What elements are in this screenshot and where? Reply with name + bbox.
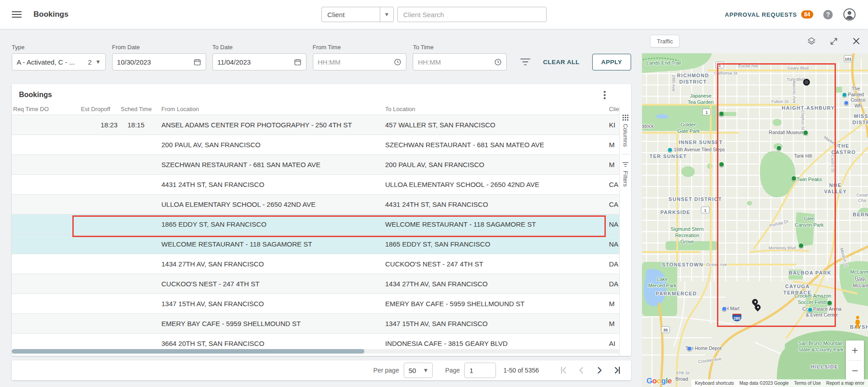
- map-marker-park[interactable]: [798, 243, 804, 248]
- page-label: Page: [445, 367, 460, 374]
- cell-est-dropoff: [80, 234, 119, 254]
- cell-req-time-do: [12, 175, 80, 195]
- from-date-value: 10/30/2023: [117, 58, 191, 66]
- map-marker-attraction[interactable]: [808, 308, 813, 312]
- map-label-district: BALBOA PARK: [789, 270, 831, 276]
- cell-req-time-do: [12, 214, 80, 234]
- map-label-poi: John McLare: [853, 277, 868, 289]
- cell-sched-time: [119, 254, 160, 274]
- filter-list-icon[interactable]: [520, 58, 530, 66]
- zoom-out-button[interactable]: −: [846, 361, 864, 381]
- close-icon[interactable]: [852, 37, 861, 46]
- map-marker-shop[interactable]: [844, 101, 849, 106]
- page-number-input[interactable]: [464, 363, 496, 378]
- map-label-street: Geary Blvd: [788, 65, 809, 71]
- table-row[interactable]: ULLOA ELEMENTARY SCHOOL - 2650 42ND AVE …: [12, 195, 631, 214]
- approval-requests-count-badge: 84: [801, 10, 813, 19]
- cell-est-dropoff: [80, 155, 119, 175]
- cell-from-location: EMERY BAY CAFE - 5959 SHELLMOUND ST: [160, 314, 384, 334]
- cell-sched-time: [119, 314, 160, 334]
- prev-page-icon[interactable]: [575, 364, 588, 377]
- pagination-bar: Per page 50 ▼ Page 1-50 of 5356: [12, 360, 631, 380]
- approval-requests-button[interactable]: APPROVAL REQUESTS 84: [725, 10, 813, 19]
- layers-icon[interactable]: [807, 37, 816, 46]
- map-canvas[interactable]: Lands End TrailRICHMOND DISTRICTEuclid A…: [642, 53, 868, 387]
- map-label-street: Crocker Ave: [698, 356, 722, 365]
- avatar-icon[interactable]: [843, 8, 856, 21]
- cell-from-location: 1434 27TH AV, SAN FRANCISCO: [160, 254, 384, 274]
- table-row[interactable]: WELCOME RESTAURANT - 118 SAGAMORE ST 186…: [12, 234, 631, 254]
- next-page-icon[interactable]: [593, 364, 606, 377]
- pegman-icon[interactable]: [854, 316, 861, 329]
- filters-side-tab[interactable]: Filters: [622, 159, 629, 189]
- cell-est-dropoff: [80, 314, 119, 334]
- col-req-time-do[interactable]: Req Time DO: [12, 106, 80, 115]
- map-marker-stop[interactable]: [803, 79, 810, 86]
- table-row[interactable]: 1347 15TH AV, SAN FRANCISCO EMERY BAY CA…: [12, 294, 631, 314]
- map-label-park: Twin Peaks: [797, 177, 822, 183]
- route-shield: 280: [732, 314, 741, 322]
- client-search-input[interactable]: [397, 7, 547, 22]
- clear-all-button[interactable]: CLEAR ALL: [543, 59, 580, 65]
- to-date-input[interactable]: 11/04/2023: [212, 53, 307, 70]
- map-marker-park[interactable]: [791, 176, 797, 181]
- horizontal-scrollbar[interactable]: [12, 349, 619, 354]
- table-row[interactable]: 4431 24TH ST, SAN FRANCISCO ULLOA ELEMEN…: [12, 175, 631, 195]
- map-marker-park[interactable]: [776, 145, 782, 151]
- report-map-error-link[interactable]: Report a map error: [826, 381, 864, 386]
- kebab-menu-icon[interactable]: [604, 91, 606, 99]
- cell-req-time-do: [12, 135, 80, 155]
- map-marker-park[interactable]: [719, 162, 724, 167]
- help-icon[interactable]: ?: [823, 10, 833, 19]
- scrollbar-thumb[interactable]: [12, 349, 364, 354]
- client-type-dropdown[interactable]: Client ▼: [321, 7, 394, 22]
- map-marker-shop[interactable]: [722, 307, 727, 312]
- map-marker-park[interactable]: [827, 300, 832, 306]
- table-row[interactable]: 1865 EDDY ST, SAN FRANCISCO WELCOME REST…: [12, 214, 631, 234]
- cell-to-location: 4431 24TH ST, SAN FRANCISCO: [384, 195, 608, 214]
- cell-sched-time: [119, 175, 160, 195]
- map-label-district: PARKMERCED: [656, 291, 697, 297]
- route-shield: 101: [844, 56, 853, 62]
- calendar-icon[interactable]: [294, 58, 302, 66]
- table-row[interactable]: 200 PAUL AV, SAN FRANCISCO SZECHWAN REST…: [12, 135, 631, 155]
- type-filter-dropdown[interactable]: A - Activated, C - ... 2 ▼: [12, 53, 106, 70]
- map-marker-attraction[interactable]: [668, 148, 673, 153]
- zoom-in-button[interactable]: +: [846, 340, 864, 360]
- from-date-input[interactable]: 10/30/2023: [112, 53, 206, 70]
- from-time-input[interactable]: HH:MM: [313, 53, 407, 70]
- cell-est-dropoff: [80, 214, 119, 234]
- table-row[interactable]: CUCKOO'S NEST - 247 4TH ST 1434 27TH AV,…: [12, 274, 631, 294]
- map-marker-park[interactable]: [719, 111, 724, 117]
- hamburger-menu-icon[interactable]: [12, 11, 22, 18]
- keyboard-shortcuts-link[interactable]: Keyboard shortcuts: [695, 381, 734, 386]
- map-marker-park[interactable]: [803, 130, 808, 135]
- type-filter-count: 2: [88, 58, 92, 66]
- per-page-dropdown[interactable]: 50 ▼: [404, 363, 433, 378]
- first-page-icon[interactable]: [557, 364, 570, 377]
- calendar-icon[interactable]: [193, 58, 201, 66]
- table-row[interactable]: SZECHWAN RESTAURANT - 681 SAN MATEO AVE …: [12, 155, 631, 175]
- expand-icon[interactable]: [830, 37, 838, 46]
- col-sched-time[interactable]: Sched Time: [119, 106, 160, 115]
- col-est-dropoff[interactable]: Est Dropoff: [80, 106, 119, 115]
- clock-icon[interactable]: [394, 58, 401, 66]
- map-label-street: Clayton St: [800, 110, 806, 130]
- col-to-location[interactable]: To Location: [384, 106, 608, 115]
- to-time-input[interactable]: HH:MM: [413, 53, 507, 70]
- columns-side-tab[interactable]: Columns: [622, 112, 629, 149]
- cell-from-location: CUCKOO'S NEST - 247 4TH ST: [160, 274, 384, 294]
- terms-of-use-link[interactable]: Terms of Use: [794, 381, 821, 386]
- map-label-poi: 16th Avenue Tiled Steps: [674, 147, 725, 153]
- map-marker-shop[interactable]: [687, 346, 692, 351]
- apply-button[interactable]: APPLY: [592, 54, 631, 70]
- col-from-location[interactable]: From Location: [160, 106, 384, 115]
- table-row[interactable]: EMERY BAY CAFE - 5959 SHELLMOUND ST 1347…: [12, 314, 631, 334]
- last-page-icon[interactable]: [611, 364, 624, 377]
- table-row[interactable]: 18:23 18:15 ANSEL ADAMS CENTER FOR PHOTO…: [12, 115, 631, 135]
- table-row[interactable]: 1434 27TH AV, SAN FRANCISCO CUCKOO'S NES…: [12, 254, 631, 274]
- map-label-district: HILLSIDE: [811, 364, 839, 370]
- traffic-toggle-button[interactable]: Traffic: [650, 35, 679, 47]
- clock-icon[interactable]: [494, 58, 502, 66]
- map-marker-attraction[interactable]: [842, 93, 847, 98]
